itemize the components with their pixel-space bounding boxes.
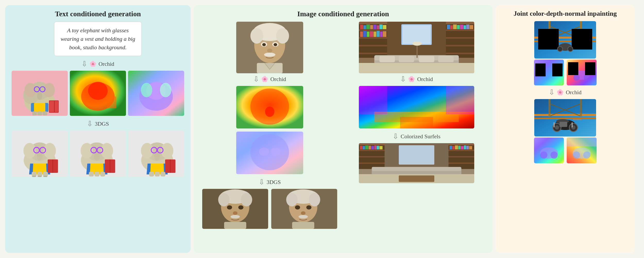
arrow-down-icon-5: ⇩	[400, 75, 406, 83]
svg-point-79	[262, 43, 266, 46]
svg-rect-70	[155, 172, 160, 176]
svg-rect-183	[448, 143, 474, 145]
svg-point-105	[309, 193, 320, 206]
svg-point-108	[301, 211, 306, 215]
surfels-label: Colorized Surfels	[401, 133, 440, 140]
svg-rect-214	[552, 63, 563, 76]
orchid-output-row	[9, 71, 187, 116]
svg-point-242	[550, 151, 558, 159]
svg-point-99	[231, 215, 240, 219]
einstein-depth	[236, 86, 303, 128]
svg-point-217	[573, 75, 580, 81]
svg-rect-71	[160, 172, 165, 176]
3dgs-elephant-2	[70, 131, 126, 177]
svg-point-96	[227, 205, 232, 209]
svg-point-211	[568, 46, 573, 52]
svg-point-230	[555, 125, 559, 130]
elephant-depth-map	[70, 71, 126, 116]
3dgs-output-row	[9, 131, 187, 177]
3dgs-elephant-1	[12, 131, 68, 177]
svg-rect-127	[360, 31, 363, 37]
svg-point-90	[270, 148, 281, 156]
svg-point-210	[557, 46, 563, 52]
svg-rect-236	[572, 122, 573, 127]
3dgs-label-2: 3DGS	[267, 179, 281, 186]
orchid-icon-3: 🌸	[408, 76, 415, 83]
svg-rect-145	[460, 25, 463, 29]
svg-rect-184	[448, 150, 474, 151]
svg-rect-150	[403, 25, 430, 44]
room-depth-normal-row	[345, 86, 488, 128]
arrow-down-icon-4: ⇩	[259, 178, 265, 186]
svg-rect-219	[568, 62, 578, 75]
3dgs-arrow: ⇩ 3DGS	[87, 119, 109, 128]
svg-rect-222	[534, 114, 596, 116]
inpainting-depth-row	[534, 60, 597, 85]
svg-rect-233	[573, 119, 582, 120]
svg-point-241	[540, 151, 547, 159]
svg-rect-180	[377, 146, 379, 149]
arrow-down-icon-7: ⇩	[549, 88, 555, 96]
svg-rect-120	[363, 25, 366, 29]
einstein-orchid-arrow: ⇩ 🌸 Orchid	[253, 75, 286, 83]
einstein-depth-normal-row	[198, 86, 342, 128]
image-conditioned-title: Image conditioned generation	[297, 10, 389, 18]
svg-rect-178	[371, 146, 374, 149]
svg-point-246	[583, 151, 590, 159]
svg-rect-125	[379, 25, 383, 29]
svg-rect-172	[359, 156, 385, 157]
svg-point-63	[154, 152, 160, 160]
svg-point-98	[233, 211, 238, 215]
svg-rect-110	[292, 222, 314, 229]
inpainting-output-depth-row	[534, 138, 597, 163]
inpaint-output-normal	[567, 138, 597, 163]
svg-point-9	[37, 92, 42, 100]
svg-rect-197	[372, 167, 461, 171]
text-conditioned-title: Text conditioned generation	[55, 10, 141, 18]
svg-rect-69	[149, 172, 154, 176]
orchid-label-4: Orchid	[566, 89, 581, 96]
svg-rect-147	[466, 25, 469, 29]
svg-rect-137	[446, 29, 474, 31]
svg-rect-132	[377, 31, 380, 37]
svg-rect-141	[447, 25, 450, 29]
svg-rect-166	[446, 86, 474, 114]
svg-rect-155	[379, 56, 395, 62]
svg-rect-194	[469, 146, 472, 149]
3dgs-elephant-3	[128, 131, 184, 177]
einstein-3dgs-1	[202, 189, 268, 229]
inpainting-orchid-arrow: ⇩ 🌸 Orchid	[549, 88, 581, 96]
svg-rect-121	[366, 25, 370, 29]
svg-rect-56	[95, 172, 99, 176]
svg-rect-181	[379, 146, 383, 149]
svg-rect-119	[360, 25, 363, 29]
einstein-3dgs-row	[198, 189, 342, 229]
svg-point-106	[295, 205, 300, 209]
svg-rect-16	[37, 111, 42, 115]
svg-point-20	[88, 82, 108, 100]
svg-rect-123	[373, 25, 377, 29]
svg-rect-176	[365, 146, 368, 149]
svg-rect-207	[538, 29, 559, 50]
svg-point-49	[94, 152, 100, 160]
svg-point-104	[286, 193, 298, 206]
svg-rect-158	[438, 56, 454, 62]
text-prompt-box: A toy elephant with glasses wearing a ve…	[54, 22, 142, 56]
orchid-label-1: Orchid	[98, 61, 114, 67]
svg-rect-237	[554, 122, 555, 127]
inpaint-input-1	[534, 21, 596, 59]
svg-point-81	[267, 49, 272, 53]
inpainting-output-row	[534, 99, 596, 136]
arrow-down-icon-3: ⇩	[253, 75, 259, 83]
svg-rect-140	[446, 53, 474, 54]
svg-point-88	[250, 134, 289, 170]
svg-point-32	[37, 152, 43, 160]
elephant-normal-map	[128, 71, 184, 116]
joint-inpainting-panel: Joint color-depth-normal inpainting	[496, 5, 635, 253]
svg-rect-154	[359, 63, 474, 73]
svg-rect-220	[585, 62, 595, 75]
svg-rect-157	[419, 56, 434, 62]
inpaint-normal-1	[567, 60, 597, 85]
svg-rect-186	[448, 163, 474, 164]
svg-rect-247	[567, 138, 597, 147]
